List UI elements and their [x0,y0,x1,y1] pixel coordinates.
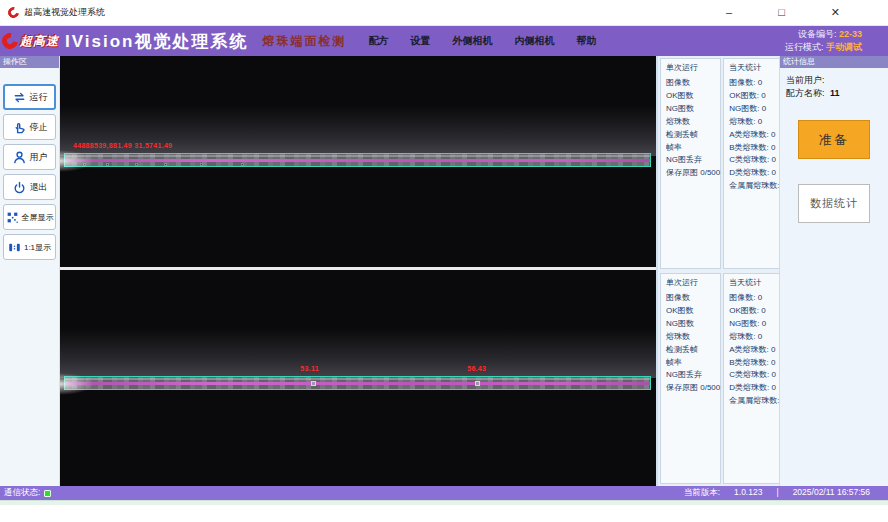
brand-logo-text: 超高速 [20,33,59,50]
maximize-button[interactable]: □ [778,7,785,18]
current-user-label: 当前用户: [786,75,825,85]
comm-status-label: 通信状态: [4,487,40,499]
run-icon [12,90,27,105]
close-button[interactable]: ✕ [831,7,840,18]
one-to-one-icon [8,241,21,254]
menu-item[interactable]: 设置 [410,34,430,48]
stat-row: OK图数: 0 [729,90,786,103]
mode-value: 手动调试 [826,42,862,52]
header-device-info: 设备编号: 22-33 运行模式: 手动调试 [785,28,862,54]
today-stats-group: 当天统计 图像数: 0OK图数: 0NG图数: 0熔珠数: 0A类熔珠数: 0B… [723,273,787,484]
version-label: 当前版本: [684,487,720,499]
single-run-group: 单次运行 图像数OK图数NG图数熔珠数检测丢帧帧率NG图丢弃保存原图 0/500 [660,58,721,269]
inner-camera-stats: 单次运行 图像数OK图数NG图数熔珠数检测丢帧帧率NG图丢弃保存原图 0/500… [658,271,779,486]
stat-row: 保存原图 0/500 [666,167,720,180]
os-titlebar: 超高速视觉处理系统 – □ ✕ [0,0,888,26]
stat-row: NG图数: 0 [729,103,786,116]
status-bar: 通信状态: 当前版本: 1.0.123 | 2025/02/11 16:57:5… [0,486,888,500]
stat-row: NG图丢弃 [666,369,720,382]
minimize-button[interactable]: – [726,7,732,18]
menu-item[interactable]: 配方 [368,34,388,48]
stat-row: 金属屑熔珠数: 0 [729,395,786,408]
stat-row: 图像数 [666,77,720,90]
menu-item[interactable]: 内侧相机 [514,34,554,48]
bead-line [65,382,650,385]
stat-row: OK图数: 0 [729,305,786,318]
recipe-name-label: 配方名称: [786,88,825,98]
stat-row: B类熔珠数: 0 [729,357,786,370]
comm-status-led [44,490,51,497]
stat-row: 检测丢帧 [666,344,720,357]
camera-viewport-column: 44888539,881.49 31.5741.49 53.11 56.43 [60,56,656,486]
operation-sidebar: 操作区 运行 停止 用户 [0,56,60,486]
sidebar-title: 操作区 [0,56,59,68]
image-haze [60,328,656,378]
app-window: 超高速视觉处理系统 – □ ✕ 超高速 IVision视觉处理系统 熔珠端面检测… [0,0,888,505]
bead-line [65,159,650,162]
app-header: 超高速 IVision视觉处理系统 熔珠端面检测 配方设置外侧相机内侧相机帮助 … [0,26,888,56]
strip-end-glow [60,150,94,172]
statistics-column: 单次运行 图像数OK图数NG图数熔珠数检测丢帧帧率NG图丢弃保存原图 0/500… [656,56,779,486]
stat-row: A类熔珠数: 0 [729,344,786,357]
measurement-annotation: 44888539,881.49 31.5741.49 [73,142,172,149]
weld-bead-strip [64,376,651,390]
stat-row: 熔珠数 [666,116,720,129]
stat-row: NG图数: 0 [729,318,786,331]
outer-camera-stats: 单次运行 图像数OK图数NG图数熔珠数检测丢帧帧率NG图丢弃保存原图 0/500… [658,56,779,271]
stat-row: 图像数 [666,292,720,305]
version-value: 1.0.123 [734,487,762,499]
stat-row: B类熔珠数: 0 [729,142,786,155]
main-menu: 配方设置外侧相机内侧相机帮助 [368,34,596,48]
stat-row: OK图数 [666,305,720,318]
stat-row: C类熔珠数: 0 [729,154,786,167]
data-statistics-button[interactable]: 数据统计 [798,184,870,223]
user-button[interactable]: 用户 [3,144,56,170]
stat-row: 帧率 [666,357,720,370]
stat-row: 保存原图 0/500 [666,382,720,395]
menu-item[interactable]: 帮助 [576,34,596,48]
stat-row: NG图丢弃 [666,154,720,167]
fullscreen-icon [6,211,19,224]
user-icon [12,150,27,165]
stat-row: OK图数 [666,90,720,103]
app-logo-icon [6,5,21,20]
defect-marker [311,381,316,386]
strip-end-glow [60,373,94,395]
measurement-annotation: 53.11 [300,365,319,372]
datetime-value: 2025/02/11 16:57:56 [793,487,870,499]
stat-row: 熔珠数: 0 [729,331,786,344]
one-to-one-button[interactable]: 1:1显示 [3,234,56,260]
measurement-annotation: 56.43 [467,365,486,372]
run-button[interactable]: 运行 [3,84,56,110]
outer-camera-view: 44888539,881.49 31.5741.49 [60,56,656,267]
exit-button[interactable]: 退出 [3,174,56,200]
today-stats-group: 当天统计 图像数: 0OK图数: 0NG图数: 0熔珠数: 0A类熔珠数: 0B… [723,58,787,269]
stop-button[interactable]: 停止 [3,114,56,140]
stat-row: 帧率 [666,142,720,155]
stat-row: 图像数: 0 [729,292,786,305]
app-subtitle: 熔珠端面检测 [262,33,346,50]
window-bottom-edge [0,500,888,505]
prepare-button[interactable]: 准备 [798,120,870,159]
menu-item[interactable]: 外侧相机 [452,34,492,48]
single-run-group: 单次运行 图像数OK图数NG图数熔珠数检测丢帧帧率NG图丢弃保存原图 0/500 [660,273,721,484]
mode-label: 运行模式: [785,42,824,52]
info-panel: 统计信息 当前用户: 配方名称: 11 准备 数据统计 [779,56,888,486]
stat-row: 熔珠数: 0 [729,116,786,129]
device-value: 22-33 [839,29,862,39]
inner-camera-view: 53.11 56.43 [60,270,656,486]
stat-row: NG图数 [666,103,720,116]
defect-marker [475,381,480,386]
stat-row: 图像数: 0 [729,77,786,90]
weld-bead-strip [64,153,651,167]
stat-row: NG图数 [666,318,720,331]
stat-row: D类熔珠数: 0 [729,167,786,180]
window-title: 超高速视觉处理系统 [24,6,105,19]
statusbar-separator: | [776,487,778,499]
stat-row: A类熔珠数: 0 [729,129,786,142]
brand-crescent-icon [0,30,21,52]
stat-row: 金属屑熔珠数: 0 [729,180,786,193]
fullscreen-button[interactable]: 全屏显示 [3,204,56,230]
stat-row: D类熔珠数: 0 [729,382,786,395]
app-title: IVision视觉处理系统 [65,30,248,53]
